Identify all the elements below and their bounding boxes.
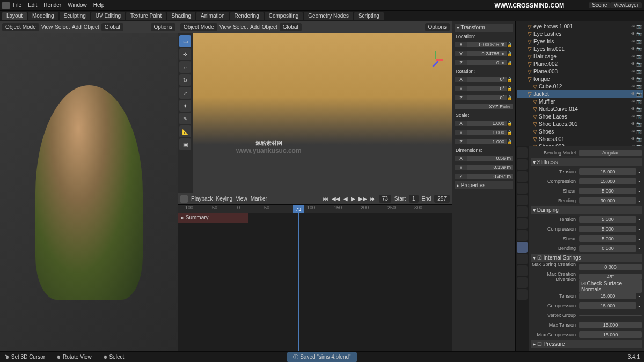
outliner-item[interactable]: ▽ Shoe Laces👁 📷 [517, 113, 643, 120]
timeline-body[interactable]: ▸ Summary [178, 213, 452, 351]
vp2-view[interactable]: View [219, 24, 231, 30]
damp-tension[interactable]: 5.000 [579, 216, 636, 223]
ptab-texture[interactable] [517, 289, 528, 300]
tl-keying[interactable]: Keying [216, 196, 233, 202]
tl-view[interactable]: View [236, 196, 247, 202]
stiffness-header[interactable]: ▾ Stiffness [531, 158, 642, 166]
tool-select[interactable]: ▭ [179, 35, 191, 47]
ptab-output[interactable] [517, 159, 528, 170]
outliner-item[interactable]: ▽ Shoes👁 📷 [517, 128, 643, 135]
stiff-bending[interactable]: 30.000 [579, 197, 636, 204]
transform-panel-header[interactable]: ▾ Transform [455, 24, 513, 32]
gizmo-y-axis[interactable] [435, 51, 436, 59]
stiff-compression[interactable]: 15.000 [579, 178, 636, 184]
current-frame[interactable]: 73 [379, 195, 391, 203]
rot-z[interactable]: 0° [467, 95, 507, 100]
int-tension[interactable]: 15.000 [579, 293, 636, 299]
vp-menu-view[interactable]: View [41, 24, 53, 30]
ptab-object[interactable] [517, 206, 528, 217]
loc-x[interactable]: -0.000616 m [467, 42, 507, 47]
stiff-tension[interactable]: 15.000 [579, 168, 636, 175]
outliner-item[interactable]: ▽ Cube.012👁 📷 [517, 83, 643, 90]
rot-mode[interactable]: XYZ Euler [455, 104, 513, 109]
max-diversion[interactable]: 45° [579, 274, 642, 280]
damp-bending[interactable]: 0.500 [579, 245, 636, 252]
vp-menu-add[interactable]: Add [72, 24, 82, 30]
tool-cursor[interactable]: ✛ [179, 48, 191, 60]
vp-options[interactable]: Options [151, 23, 175, 31]
int-compression[interactable]: 15.000 [579, 302, 636, 309]
vp-menu-object[interactable]: Object [84, 24, 99, 30]
outliner-item[interactable]: ▽ Shoes.001👁 📷 [517, 135, 643, 143]
start-frame[interactable]: 1 [409, 195, 419, 203]
outliner-item[interactable]: ▽ Shoe Laces.001👁 📷 [517, 120, 643, 128]
menu-help[interactable]: Help [90, 2, 108, 8]
menu-edit[interactable]: Edit [25, 2, 40, 8]
tool-annotate[interactable]: ✎ [179, 113, 191, 124]
tool-move[interactable]: ↔ [179, 61, 191, 73]
playhead[interactable]: 73 [293, 205, 304, 213]
max-compression[interactable]: 15.000 [579, 331, 642, 338]
ptab-modifier[interactable] [517, 218, 528, 229]
max-tension[interactable]: 15.000 [579, 322, 642, 328]
outliner-item[interactable]: ▽ Plane.002👁 📷 [517, 60, 643, 68]
tab-scripting[interactable]: Scripting [354, 12, 384, 20]
play-icon[interactable]: ▶ [351, 196, 355, 202]
tool-scale[interactable]: ⤢ [179, 87, 191, 99]
viewlayer-selector[interactable]: ViewLayer [610, 2, 642, 8]
timeline-summary[interactable]: ▸ Summary [178, 213, 248, 223]
orientation-2[interactable]: Global [280, 23, 302, 31]
outliner-item[interactable]: ▽ Eyes Iris.001👁 📷 [517, 45, 643, 53]
bending-model[interactable]: Angular [579, 150, 642, 156]
tool-rotate[interactable]: ↻ [179, 74, 191, 86]
menu-render[interactable]: Render [40, 2, 64, 8]
outliner-item[interactable]: ▽ eye brows 1.001👁 📷 [517, 23, 643, 30]
viewport-3d-left[interactable] [0, 33, 178, 351]
ptab-physics[interactable] [517, 242, 528, 253]
viewport-3d-center[interactable] [193, 33, 452, 193]
tab-geonodes[interactable]: Geometry Nodes [304, 12, 353, 20]
prev-key-icon[interactable]: ◀◀ [332, 196, 340, 202]
properties-subpanel[interactable]: ▸ Properties [455, 181, 513, 189]
tab-texpaint[interactable]: Texture Paint [126, 12, 166, 20]
max-spring[interactable]: 0.000 [579, 264, 642, 270]
dim-z[interactable]: 0.497 m [467, 174, 513, 179]
ptab-render[interactable] [517, 147, 528, 158]
gizmo-z-axis[interactable] [432, 61, 438, 67]
tab-uv[interactable]: UV Editing [91, 12, 125, 20]
internal-springs-header[interactable]: ▾ ☑ Internal Springs [531, 254, 642, 262]
jump-end-icon[interactable]: ⏭ [370, 196, 376, 202]
center-viewport[interactable]: Object Mode View Select Add Object Globa… [178, 21, 452, 193]
outliner-item[interactable]: ▽ Eyes Iris👁 📷 [517, 38, 643, 45]
vp-menu-select[interactable]: Select [55, 24, 70, 30]
ptab-particle[interactable] [517, 230, 528, 241]
loc-z[interactable]: 0 m [467, 60, 507, 65]
next-key-icon[interactable]: ▶▶ [358, 196, 367, 202]
playhead-line[interactable] [298, 213, 299, 351]
tl-marker[interactable]: Marker [251, 196, 267, 202]
outliner-item[interactable]: ▽ Jacket👁 📷 [517, 90, 643, 98]
vp2-select[interactable]: Select [233, 24, 248, 30]
check-normals[interactable]: ☑ Check Surface Normals [579, 280, 642, 293]
vertex-group[interactable] [579, 315, 642, 316]
jump-start-icon[interactable]: ⏮ [323, 196, 328, 202]
outliner-item[interactable]: ▽ tongue👁 📷 [517, 75, 643, 83]
ptab-constraint[interactable] [517, 254, 528, 264]
tab-animation[interactable]: Animation [196, 12, 229, 20]
loc-y[interactable]: 0.24786 m [467, 51, 507, 56]
tool-measure[interactable]: 📐 [179, 125, 191, 137]
ptab-scene[interactable] [517, 183, 528, 194]
rot-x[interactable]: 0° [467, 77, 507, 82]
tab-layout[interactable]: Layout [2, 12, 27, 20]
tl-playback[interactable]: Playback [191, 196, 213, 202]
rot-y[interactable]: 0° [467, 86, 507, 91]
vp2-add[interactable]: Add [250, 24, 260, 30]
tab-shading[interactable]: Shading [167, 12, 195, 20]
outliner-item[interactable]: ▽ Plane.003👁 📷 [517, 68, 643, 75]
ptab-data[interactable] [517, 265, 528, 276]
tab-sculpting[interactable]: Sculpting [60, 12, 90, 20]
end-frame[interactable]: 257 [434, 195, 450, 203]
outliner-item[interactable]: ▽ Eye Lashes👁 📷 [517, 30, 643, 38]
play-rev-icon[interactable]: ◀ [343, 196, 348, 202]
dim-x[interactable]: 0.56 m [467, 156, 513, 161]
